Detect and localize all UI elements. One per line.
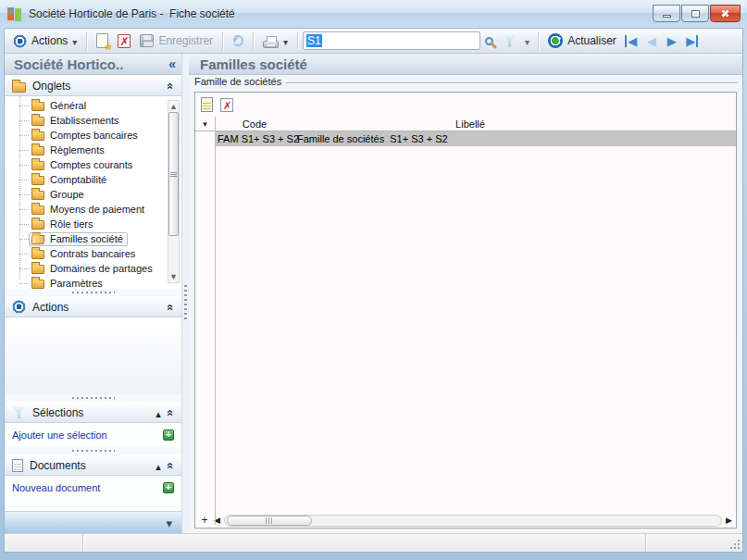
nav-first-button[interactable]: ◀ [621,31,641,50]
horizontal-scrollbar[interactable] [224,515,722,527]
collapse-section-icon[interactable] [162,409,179,416]
minimize-icon [663,15,671,18]
status-cell [5,534,82,552]
nav-last-button[interactable]: ▶ [682,31,703,50]
filter-button[interactable] [498,32,521,49]
grid-add-icon[interactable] [199,515,210,526]
close-button[interactable] [710,5,741,22]
grid-new-row-button[interactable] [201,97,213,112]
window-title: Société Horticole de Paris - Fiche socié… [29,7,235,20]
scroll-right-icon[interactable] [726,516,732,525]
actions-menu-button[interactable]: Actions [8,31,81,51]
refresh-orb-icon [548,33,563,48]
print-button[interactable] [258,31,293,51]
sidebar-item-domaines-de-partages[interactable]: Domaines de partages [5,261,181,276]
scrollbar-thumb[interactable] [168,112,179,236]
search-button[interactable] [480,35,498,47]
sidebar-item-comptes-courants[interactable]: Comptes courants [5,157,181,172]
folder-icon [31,250,44,259]
documents-section-label: Documents [30,459,149,472]
sidebar-item-moyens-de-paiement[interactable]: Moyens de paiement [5,202,181,217]
section-resize-handle[interactable] [5,394,181,402]
collapse-section-icon[interactable] [162,82,179,89]
main-header: Familles société [189,54,742,75]
sidebar-splitter[interactable] [182,54,189,533]
nav-first-icon: ◀ [625,35,637,47]
selections-section-body: Ajouter une sélection [5,423,181,447]
scroll-up-icon[interactable] [156,457,161,474]
sidebar-item-comptes-bancaires[interactable]: Comptes bancaires [5,128,181,143]
nav-last-icon: ▶ [686,35,698,47]
sidebar-item-role-tiers[interactable]: Rôle tiers [5,217,181,231]
maximize-icon [691,10,700,18]
folder-icon [31,176,44,185]
sidebar-item-groupe[interactable]: Groupe [5,187,181,202]
column-header-libelle[interactable]: Libellé [294,117,646,131]
nav-next-button[interactable]: ▶ [662,31,682,50]
sidebar-item-familles-societe[interactable]: Familles société [5,231,181,246]
folder-icon [12,82,26,93]
printer-icon [263,41,279,48]
sidebar-item-reglements[interactable]: Règlements [5,143,181,157]
folder-icon [31,117,44,126]
collapse-sidebar-icon[interactable] [168,56,176,72]
column-header-code[interactable]: Code [215,117,294,131]
documents-section-header[interactable]: Documents [5,454,181,476]
scrollbar-thumb[interactable] [227,516,312,526]
status-cell [646,534,742,552]
toolbar-separator [538,31,539,50]
onglets-section-label: Onglets [32,80,161,93]
new-document-plus-button[interactable] [163,482,174,493]
sidebar-header: Société Hortico.. [5,54,181,75]
row-gutter [195,131,215,146]
grid-selector-dropdown[interactable] [195,117,215,131]
sidebar-item-parametres[interactable]: Paramètres [5,276,181,289]
main-panel: Familles société Famille de sociétés Cod… [189,54,742,533]
actions-section-label: Actions [32,301,161,314]
gutter-divider [215,117,216,525]
scroll-down-icon[interactable]: ▼ [168,271,179,282]
section-resize-handle[interactable] [5,289,181,296]
selections-section-header[interactable]: Sélections [5,402,181,423]
minimize-button[interactable] [653,5,680,22]
more-sections-icon[interactable] [166,515,172,531]
selected-row-strip: FAM S1+ S3 + S2 Famille de sociétés S1+ … [215,131,736,146]
title-bar[interactable]: Société Horticole de Paris - Fiche socié… [0,0,747,28]
collapse-section-icon[interactable] [162,304,179,310]
sidebar-item-comptabilite[interactable]: Comptabilité [5,172,181,187]
scroll-up-icon[interactable]: ▲ [168,101,179,112]
workspace: Actions Enregistrer [4,28,743,553]
body: Société Hortico.. Onglets Général Etabli… [5,54,742,533]
actions-section-header[interactable]: Actions [5,296,181,317]
search-input[interactable]: S1 [303,31,480,50]
save-button[interactable]: Enregistrer [135,32,218,49]
onglets-scrollbar[interactable]: ▲ ▼ [168,100,180,283]
search-icon [485,37,493,45]
scroll-up-icon[interactable] [156,404,161,421]
maximize-button[interactable] [681,5,709,22]
nav-previous-button[interactable]: ◀ [641,31,662,50]
collapse-section-icon[interactable] [162,462,179,468]
sidebar-item-etablissements[interactable]: Etablissements [5,113,181,128]
sidebar-item-general[interactable]: Général [5,98,181,113]
onglets-section-header[interactable]: Onglets [5,75,181,96]
sidebar-item-contrats-bancaires[interactable]: Contrats bancaires [5,246,181,261]
table-row[interactable]: FAM S1+ S3 + S2 Famille de sociétés S1+ … [195,131,736,146]
print-dropdown-icon [283,32,288,49]
grid-delete-row-button[interactable] [220,98,233,112]
status-cell [83,534,645,552]
groupbox-line [274,82,738,83]
new-document-link[interactable]: Nouveau document [12,482,163,493]
resize-grip[interactable] [730,540,740,549]
filter-dropdown-icon[interactable] [525,32,529,49]
add-selection-plus-button[interactable] [163,429,174,441]
add-selection-link[interactable]: Ajouter une sélection [12,429,163,441]
actualiser-button[interactable]: Actualiser [543,31,621,50]
section-resize-handle[interactable] [5,447,181,454]
grid-scroll-row [195,513,736,528]
delete-record-button[interactable] [113,32,135,50]
grid-toolbar [195,93,736,117]
refresh-button[interactable] [228,33,248,48]
filter-icon [503,34,517,47]
new-record-button[interactable] [92,31,113,50]
